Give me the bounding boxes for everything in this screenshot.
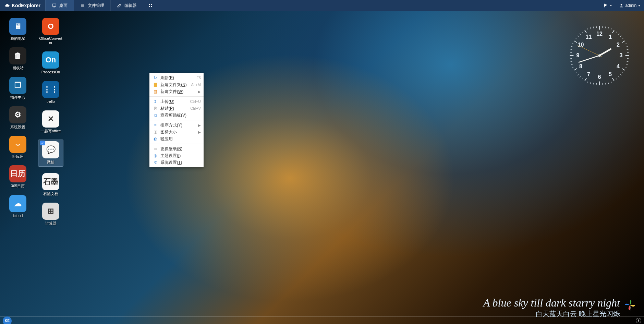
desktop-icon-settings[interactable]: ⚙系统设置 <box>5 106 30 129</box>
context-menu: ↻刷新(E)F5▇新建文件夹(N)Alt+M▥新建文件(W)▶↥上传(U)Ctr… <box>149 73 204 167</box>
desktop-icon-my-computer[interactable]: 🖥我的电脑 <box>5 18 30 40</box>
app-glyph: ❐ <box>9 77 26 94</box>
svg-line-14 <box>620 36 621 37</box>
analog-clock: 121234567891011 <box>569 25 630 86</box>
pinwheel-icon[interactable] <box>624 299 636 311</box>
svg-line-64 <box>593 26 594 28</box>
start-button[interactable]: KE <box>3 316 12 324</box>
nav-editor[interactable]: 编辑器 <box>110 0 143 11</box>
icon-label: 365日历 <box>11 184 25 188</box>
svg-line-17 <box>625 44 627 44</box>
desktop-icon-processon[interactable]: OnProcessOn <box>38 51 63 74</box>
desktop-icon-calculator[interactable]: ⊞计算器 <box>38 203 63 225</box>
icon-label: 回收站 <box>12 66 24 70</box>
brand-text: KodExplorer <box>12 3 40 8</box>
desktop-icon-calendar-365[interactable]: 日历365日历 <box>5 165 30 188</box>
svg-text:2: 2 <box>617 41 620 48</box>
svg-line-37 <box>596 83 597 85</box>
ctx-sys-settings[interactable]: ✲系统设置(T) <box>149 159 204 166</box>
svg-line-44 <box>578 74 579 75</box>
svg-text:12: 12 <box>596 31 603 37</box>
icon-label: 微信 <box>47 160 54 164</box>
ctx-new-file[interactable]: ▥新建文件(W)▶ <box>149 88 204 95</box>
user-menu[interactable]: admin ▼ <box>616 0 644 11</box>
icon-label: trello <box>47 99 55 104</box>
app-glyph: On <box>42 51 59 69</box>
chevron-right-icon: ▶ <box>198 123 201 127</box>
ctx-label: 图标大小 <box>158 129 198 135</box>
ctx-clipboard[interactable]: ⧉查看剪贴板(V) <box>149 112 204 119</box>
desktop-icon-wechat[interactable]: ✓💬微信 <box>38 140 63 166</box>
desktop-icon-office-converter[interactable]: OOfficeConverter <box>38 18 63 45</box>
svg-line-65 <box>596 26 597 28</box>
desktop-icon-shimo[interactable]: 石墨石墨文档 <box>38 173 63 196</box>
svg-line-10 <box>611 28 611 30</box>
ctx-paste[interactable]: ⎘粘贴(P)Ctrl+V <box>149 105 204 112</box>
svg-text:8: 8 <box>579 63 582 69</box>
icon-label: 插件中心 <box>10 95 25 99</box>
icon-size-icon: ◫ <box>152 130 158 134</box>
info-button[interactable]: i <box>636 318 641 323</box>
svg-text:1: 1 <box>609 34 612 40</box>
desktop-icon-plugins[interactable]: ❐插件中心 <box>5 77 30 99</box>
svg-line-50 <box>570 58 572 59</box>
list-icon <box>80 3 85 8</box>
paste-icon: ⎘ <box>152 106 158 111</box>
nav-files[interactable]: 文件管理 <box>74 0 110 11</box>
monitor-icon <box>52 3 57 8</box>
svg-line-59 <box>580 34 581 35</box>
svg-line-45 <box>575 72 577 73</box>
svg-line-15 <box>622 38 623 39</box>
brand[interactable]: KodExplorer <box>0 0 45 11</box>
desktop-area[interactable]: 🖥我的电脑🗑回收站❐插件中心⚙系统设置⌣轻应用日历365日历☁icloud OO… <box>0 11 644 316</box>
chevron-right-icon: ▶ <box>198 130 201 134</box>
desktop-icon-yiqixie[interactable]: ✕一起写office <box>38 110 63 133</box>
desktop-icon-light-apps[interactable]: ⌣轻应用 <box>5 136 30 158</box>
svg-line-38 <box>593 83 594 84</box>
refresh-icon: ↻ <box>152 75 158 80</box>
svg-rect-1 <box>149 4 150 5</box>
topbar-right: ▼ admin ▼ <box>600 0 644 11</box>
ctx-refresh[interactable]: ↻刷新(E)F5 <box>149 74 204 81</box>
svg-line-62 <box>587 28 588 30</box>
ctx-sort[interactable]: ≡排序方式(Y)▶ <box>149 122 204 129</box>
top-bar: KodExplorer 桌面 文件管理 编辑器 ▼ admin ▼ <box>0 0 644 11</box>
desktop-icon-icloud[interactable]: ☁icloud <box>5 195 30 218</box>
theme-icon: ◎ <box>152 153 158 158</box>
ctx-label: 主题设置(I) <box>158 153 201 159</box>
ctx-upload[interactable]: ↥上传(U)Ctrl+U <box>149 98 204 105</box>
ctx-new-folder[interactable]: ▇新建文件夹(N)Alt+M <box>149 81 204 88</box>
svg-line-31 <box>612 78 614 81</box>
svg-line-39 <box>590 82 591 84</box>
icon-label: 计算器 <box>45 221 57 225</box>
app-glyph: 日历 <box>9 165 26 182</box>
svg-line-63 <box>590 27 591 29</box>
ctx-label: 轻应用 <box>158 136 201 142</box>
svg-line-34 <box>605 83 606 84</box>
ctx-icon-size[interactable]: ◫图标大小▶ <box>149 129 204 135</box>
desktop-icon-trello[interactable]: ⋮⋮trello <box>38 81 63 104</box>
svg-text:4: 4 <box>617 63 620 69</box>
app-glyph: ⌣ <box>9 136 26 153</box>
nav-desktop[interactable]: 桌面 <box>45 0 74 11</box>
svg-line-24 <box>626 64 628 65</box>
ctx-light-app[interactable]: ◐轻应用 <box>149 135 204 142</box>
user-icon <box>619 3 624 8</box>
svg-line-41 <box>585 78 586 81</box>
svg-line-48 <box>571 64 573 65</box>
desktop-icon-recycle[interactable]: 🗑回收站 <box>5 47 30 70</box>
svg-line-18 <box>626 46 628 47</box>
caret-down-icon: ▼ <box>609 4 612 7</box>
notifications-button[interactable]: ▼ <box>600 0 616 11</box>
ctx-theme[interactable]: ◎主题设置(I) <box>149 152 204 159</box>
app-glyph: ⋮⋮ <box>42 81 59 98</box>
ctx-wallpaper[interactable]: ▭更换壁纸(B) <box>149 145 204 152</box>
svg-point-5 <box>621 4 622 5</box>
svg-line-35 <box>602 83 603 85</box>
svg-rect-3 <box>149 6 150 7</box>
svg-text:3: 3 <box>619 52 622 58</box>
ctx-label: 粘贴(P) <box>158 106 189 111</box>
nav-apps[interactable] <box>143 0 158 11</box>
svg-text:5: 5 <box>609 71 612 77</box>
sort-icon: ≡ <box>152 123 158 128</box>
